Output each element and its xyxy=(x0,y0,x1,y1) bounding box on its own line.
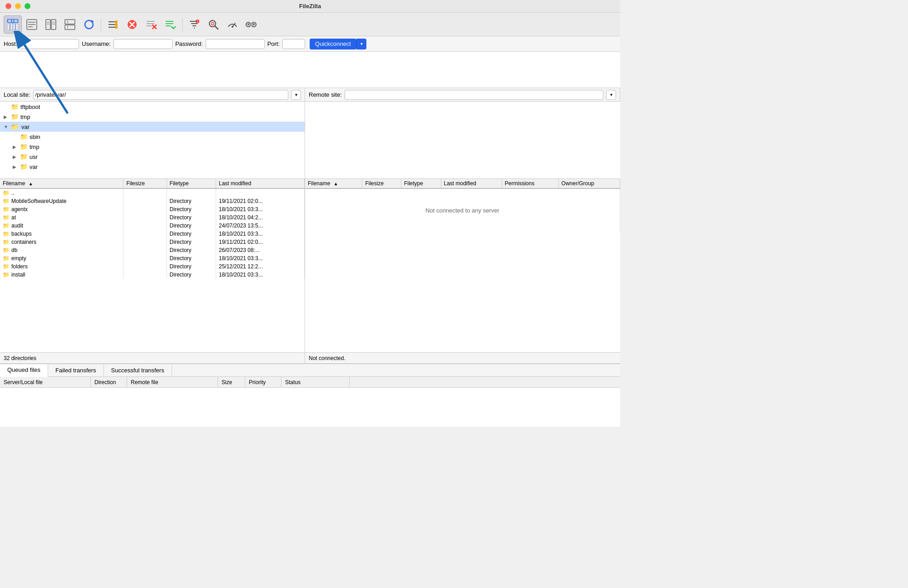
tree-item[interactable]: ▶ 📁 var xyxy=(0,162,305,172)
local-status-bar: 32 directories xyxy=(0,352,305,363)
cell-lastmodified: 18/10/2021 03:3... xyxy=(216,271,304,279)
tree-item[interactable]: ▶ 📁 tmp xyxy=(0,112,305,122)
title-bar: FileZilla xyxy=(0,0,620,13)
remote-file-table: Filename ▲ Filesize Filetype Last modifi… xyxy=(305,179,620,232)
local-panel: 📁 tftpboot ▶ 📁 tmp ▼ 📁 var xyxy=(0,102,305,363)
port-input[interactable] xyxy=(282,39,305,49)
remote-site-path[interactable] xyxy=(345,90,603,100)
table-row[interactable]: 📁.. xyxy=(0,188,305,197)
filter-button[interactable]: ! xyxy=(185,15,203,34)
table-row[interactable]: 📁MobileSoftwareUpdate Directory 19/11/20… xyxy=(0,197,305,205)
tree-item[interactable]: ▼ 📁 var xyxy=(0,122,305,132)
minimize-button[interactable] xyxy=(15,3,21,9)
local-site-path[interactable] xyxy=(33,90,288,100)
site-manager-button[interactable] xyxy=(4,15,22,34)
remote-site-bar: Remote site: ▾ xyxy=(305,88,620,101)
cancel-all-button[interactable] xyxy=(142,15,160,34)
tree-item[interactable]: 📁 sbin xyxy=(0,132,305,142)
close-button[interactable] xyxy=(5,3,11,9)
username-input[interactable] xyxy=(114,39,173,49)
svg-text:!: ! xyxy=(197,20,198,23)
maximize-button[interactable] xyxy=(25,3,30,9)
connection-bar: Host: Username: Password: Port: Quickcon… xyxy=(0,36,620,52)
folder-icon: 📁 xyxy=(11,123,19,130)
cancel-button[interactable] xyxy=(123,15,141,34)
table-row[interactable]: 📁at Directory 18/10/2021 04:2... xyxy=(0,213,305,222)
table-row[interactable]: 📁empty Directory 18/10/2021 03:3... xyxy=(0,254,305,262)
quickconnect-dropdown-button[interactable]: ▾ xyxy=(356,39,366,49)
col-lastmodified[interactable]: Last modified xyxy=(216,179,304,188)
col-filesize[interactable]: Filesize xyxy=(123,179,167,188)
tab-queued-files[interactable]: Queued files xyxy=(0,364,48,377)
tree-item[interactable]: 📁 tftpboot xyxy=(0,102,305,112)
table-row[interactable]: 📁folders Directory 25/12/2021 12:2... xyxy=(0,262,305,271)
table-row[interactable]: 📁backups Directory 18/10/2021 03:3... xyxy=(0,230,305,238)
tree-chevron: ▶ xyxy=(13,154,20,159)
queue-col-server-label: Server/Local file xyxy=(4,379,43,385)
queue-header: Queued files Failed transfers Successful… xyxy=(0,364,620,377)
queue-col-priority-label: Priority xyxy=(249,379,266,385)
cell-filesize xyxy=(123,222,167,230)
local-site-bar: Local site: ▾ xyxy=(0,88,305,101)
folder-icon: 📁 xyxy=(20,133,28,140)
queue-col-remote[interactable]: Remote file xyxy=(127,377,218,387)
tree-chevron: ▶ xyxy=(13,144,20,149)
cell-lastmodified: 26/07/2023 08:... xyxy=(216,246,304,254)
process-queue-button[interactable] xyxy=(104,15,122,34)
sort-arrow-filename: ▲ xyxy=(334,181,338,186)
quickconnect-button[interactable]: Quickconnect xyxy=(310,39,356,49)
cell-filename: 📁backups xyxy=(0,230,123,238)
remote-tree-button[interactable] xyxy=(61,15,79,34)
col-filename[interactable]: Filename ▲ xyxy=(305,179,362,188)
remote-site-dropdown-button[interactable]: ▾ xyxy=(606,90,616,100)
table-row[interactable]: 📁audit Directory 24/07/2023 13:5... xyxy=(0,222,305,230)
queue-col-server[interactable]: Server/Local file xyxy=(0,377,91,387)
window-controls xyxy=(5,3,30,9)
queue-col-priority[interactable]: Priority xyxy=(245,377,281,387)
col-filetype[interactable]: Filetype xyxy=(167,179,216,188)
message-log-button[interactable] xyxy=(23,15,41,34)
local-site-dropdown-button[interactable]: ▾ xyxy=(291,90,301,100)
local-tree-button[interactable] xyxy=(42,15,60,34)
queue-col-direction[interactable]: Direction xyxy=(91,377,127,387)
cell-filetype: Directory xyxy=(167,213,216,222)
col-filetype[interactable]: Filetype xyxy=(401,179,441,188)
queue-col-status[interactable]: Status xyxy=(281,377,350,387)
local-tree: 📁 tftpboot ▶ 📁 tmp ▼ 📁 var xyxy=(0,102,305,179)
table-row[interactable]: 📁agentx Directory 18/10/2021 03:3... xyxy=(0,205,305,213)
col-filesize[interactable]: Filesize xyxy=(362,179,401,188)
col-permissions[interactable]: Permissions xyxy=(502,179,558,188)
refresh-button[interactable] xyxy=(80,15,98,34)
cell-filetype: Directory xyxy=(167,238,216,246)
tab-failed-transfers[interactable]: Failed transfers xyxy=(48,364,104,377)
process-queue-icon xyxy=(107,19,119,30)
queue-col-size[interactable]: Size xyxy=(218,377,245,387)
table-row[interactable]: 📁containers Directory 19/11/2021 02:0... xyxy=(0,238,305,246)
tab-successful-transfers[interactable]: Successful transfers xyxy=(104,364,172,377)
tree-item[interactable]: ▶ 📁 usr xyxy=(0,152,305,162)
password-input[interactable] xyxy=(206,39,265,49)
password-label: Password: xyxy=(175,40,203,47)
folder-icon: 📁 xyxy=(20,163,28,170)
col-ownergroup[interactable]: Owner/Group xyxy=(558,179,620,188)
tree-item-name: var xyxy=(30,163,38,170)
local-tree-icon xyxy=(45,19,57,30)
cell-filetype: Directory xyxy=(167,254,216,262)
host-input[interactable] xyxy=(20,39,79,49)
toolbar-separator xyxy=(101,18,101,31)
cell-filename: 📁.. xyxy=(0,188,123,197)
search-button[interactable] xyxy=(204,15,222,34)
cancel-icon xyxy=(126,19,138,30)
speed-limits-button[interactable] xyxy=(223,15,242,34)
tree-item[interactable]: ▶ 📁 tmp xyxy=(0,142,305,152)
col-filename[interactable]: Filename ▲ xyxy=(0,179,123,188)
table-row[interactable]: 📁install Directory 18/10/2021 03:3... xyxy=(0,271,305,279)
col-lastmodified[interactable]: Last modified xyxy=(441,179,502,188)
cell-filetype: Directory xyxy=(167,246,216,254)
disconnect-button[interactable] xyxy=(161,15,179,34)
svg-rect-14 xyxy=(46,20,50,30)
cell-lastmodified: 19/11/2021 02:0... xyxy=(216,238,304,246)
table-row[interactable]: 📁db Directory 26/07/2023 08:... xyxy=(0,246,305,254)
tab-failed-transfers-label: Failed transfers xyxy=(55,367,96,374)
find-button[interactable] xyxy=(242,15,261,34)
